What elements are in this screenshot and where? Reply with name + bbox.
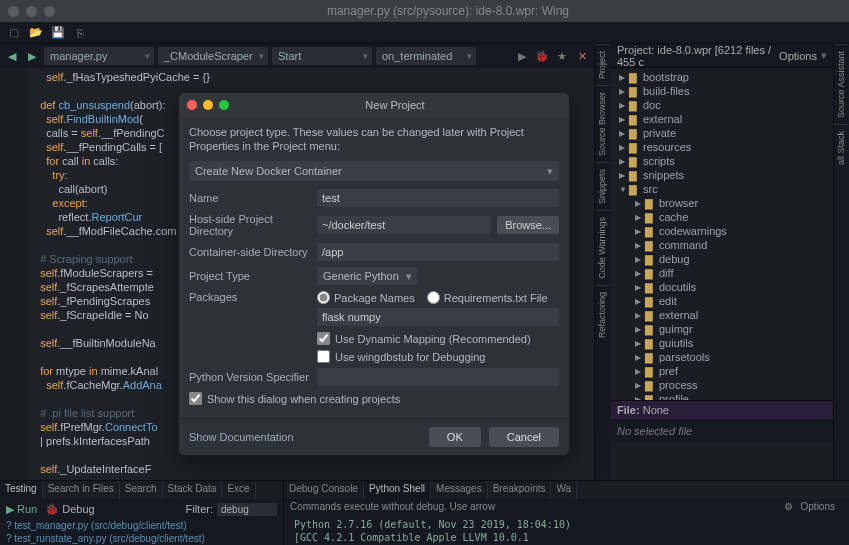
open-icon[interactable]: 📂 xyxy=(28,25,44,41)
tree-item-edit[interactable]: ▶▇edit xyxy=(611,294,833,308)
browse-button[interactable]: Browse... xyxy=(497,216,559,234)
project-header: Project: ide-8.0.wpr [6212 files / 455 c… xyxy=(611,44,833,68)
bottom-left-tabs: TestingSearch in FilesSearchStack DataEx… xyxy=(0,481,283,499)
tree-item-guimgr[interactable]: ▶▇guimgr xyxy=(611,322,833,336)
tree-item-parsetools[interactable]: ▶▇parsetools xyxy=(611,350,833,364)
gear-icon[interactable]: ⚙ xyxy=(784,501,793,512)
tab-debug-console[interactable]: Debug Console xyxy=(284,481,364,499)
test-item[interactable]: ? test_runstate_any.py (src/debug/client… xyxy=(6,532,277,545)
tree-item-resources[interactable]: ▶▇resources xyxy=(611,140,833,154)
save-all-icon[interactable]: ⎘ xyxy=(72,25,88,41)
test-list[interactable]: ? test_manager.py (src/debug/client/test… xyxy=(0,519,283,545)
tree-item-guiutils[interactable]: ▶▇guiutils xyxy=(611,336,833,350)
project-mode-select[interactable]: Create New Docker Container xyxy=(189,161,559,181)
main-toolbar: ▢ 📂 💾 ⎘ xyxy=(0,22,849,44)
side-tab-code-warnings[interactable]: Code Warnings xyxy=(595,210,611,285)
window-traffic-lights[interactable] xyxy=(8,6,55,17)
tree-item-pref[interactable]: ▶▇pref xyxy=(611,364,833,378)
new-icon[interactable]: ▢ xyxy=(6,25,22,41)
pyver-label: Python Version Specifier xyxy=(189,371,311,383)
tab-exce[interactable]: Exce xyxy=(222,481,255,499)
packages-label: Packages xyxy=(189,291,311,303)
bottom-right-tabs: Debug ConsolePython ShellMessagesBreakpo… xyxy=(284,481,849,499)
tree-item-build-files[interactable]: ▶▇build-files xyxy=(611,84,833,98)
pkg-names-radio[interactable]: Package Names xyxy=(317,291,415,304)
tree-item-bootstrap[interactable]: ▶▇bootstrap xyxy=(611,70,833,84)
bug-icon[interactable]: 🐞 xyxy=(534,48,550,64)
tab-messages[interactable]: Messages xyxy=(431,481,488,499)
options-chevron-icon[interactable]: ▾ xyxy=(817,49,827,62)
save-icon[interactable]: 💾 xyxy=(50,25,66,41)
pyver-input[interactable] xyxy=(317,368,559,386)
tree-item-snippets[interactable]: ▶▇snippets xyxy=(611,168,833,182)
project-type-select[interactable]: Generic Python xyxy=(317,267,417,285)
req-file-radio[interactable]: Requirements.txt File xyxy=(427,291,548,304)
method-selector[interactable]: Start xyxy=(272,47,372,65)
python-shell-output[interactable]: Python 2.7.16 (default, Nov 23 2019, 18:… xyxy=(284,514,849,545)
tab-testing[interactable]: Testing xyxy=(0,481,43,499)
tree-item-process[interactable]: ▶▇process xyxy=(611,378,833,392)
nav-back-icon[interactable]: ◀ xyxy=(4,50,20,63)
contdir-input[interactable] xyxy=(317,243,559,261)
side-tab-source-browser[interactable]: Source Browser xyxy=(595,85,611,162)
tree-item-profile[interactable]: ▶▇profile xyxy=(611,392,833,400)
tree-item-debug[interactable]: ▶▇debug xyxy=(611,252,833,266)
editor-tab-bar: ◀ ▶ manager.py _CModuleScraper Start on_… xyxy=(0,44,594,68)
close-tab-icon[interactable]: ✕ xyxy=(574,48,590,64)
packages-input[interactable] xyxy=(317,308,559,326)
tree-item-scripts[interactable]: ▶▇scripts xyxy=(611,154,833,168)
run-button[interactable]: ▶ Run xyxy=(6,503,37,516)
options-link[interactable]: Options xyxy=(779,50,817,62)
no-selection-text: No selected file xyxy=(611,419,833,443)
far-right-tabs: Source Assistantall Stack xyxy=(833,44,849,480)
run-icon[interactable]: ▶ xyxy=(514,48,530,64)
debug-button[interactable]: 🐞 Debug xyxy=(45,503,94,516)
side-tab-all-stack[interactable]: all Stack xyxy=(834,124,848,171)
tree-item-codewarnings[interactable]: ▶▇codewarnings xyxy=(611,224,833,238)
hostdir-input[interactable] xyxy=(317,216,491,234)
filter-input[interactable] xyxy=(217,503,277,516)
tab-python-shell[interactable]: Python Shell xyxy=(364,481,431,499)
event-selector[interactable]: on_terminated xyxy=(376,47,476,65)
bookmark-icon[interactable]: ★ xyxy=(554,48,570,64)
window-title-bar: manager.py (src/pysource): ide-8.0.wpr: … xyxy=(0,0,849,22)
side-tab-snippets[interactable]: Snippets xyxy=(595,162,611,210)
tree-item-diff[interactable]: ▶▇diff xyxy=(611,266,833,280)
tab-breakpoints[interactable]: Breakpoints xyxy=(488,481,552,499)
tab-stack-data[interactable]: Stack Data xyxy=(163,481,223,499)
file-info-bar: File: None xyxy=(611,400,833,419)
cancel-button[interactable]: Cancel xyxy=(489,427,559,447)
dialog-title-bar[interactable]: New Project xyxy=(179,93,569,117)
tree-item-browser[interactable]: ▶▇browser xyxy=(611,196,833,210)
nav-fwd-icon[interactable]: ▶ xyxy=(24,50,40,63)
tab-search-in-files[interactable]: Search in Files xyxy=(43,481,120,499)
tree-item-src[interactable]: ▼▇src xyxy=(611,182,833,196)
test-item[interactable]: ? test_manager.py (src/debug/client/test… xyxy=(6,519,277,532)
tree-item-external[interactable]: ▶▇external xyxy=(611,112,833,126)
ok-button[interactable]: OK xyxy=(429,427,481,447)
options-link[interactable]: Options xyxy=(793,501,843,512)
project-tree[interactable]: ▶▇bootstrap▶▇build-files▶▇doc▶▇external▶… xyxy=(611,68,833,400)
tree-item-docutils[interactable]: ▶▇docutils xyxy=(611,280,833,294)
dynamic-mapping-checkbox[interactable]: Use Dynamic Mapping (Recommended) xyxy=(317,332,559,345)
side-tab-refactoring[interactable]: Refactoring xyxy=(595,285,611,344)
tree-item-command[interactable]: ▶▇command xyxy=(611,238,833,252)
tree-item-private[interactable]: ▶▇private xyxy=(611,126,833,140)
show-documentation-link[interactable]: Show Documentation xyxy=(189,431,294,443)
show-dialog-checkbox[interactable]: Show this dialog when creating projects xyxy=(189,392,559,405)
tree-item-doc[interactable]: ▶▇doc xyxy=(611,98,833,112)
side-tab-project[interactable]: Project xyxy=(595,44,611,85)
name-input[interactable] xyxy=(317,189,559,207)
wingdbstub-checkbox[interactable]: Use wingdbstub for Debugging xyxy=(317,350,559,363)
dialog-traffic-lights[interactable] xyxy=(187,100,229,110)
file-selector[interactable]: manager.py xyxy=(44,47,154,65)
tab-wa[interactable]: Wa xyxy=(551,481,577,499)
type-label: Project Type xyxy=(189,270,311,282)
side-tab-source-assistant[interactable]: Source Assistant xyxy=(834,44,848,124)
tree-item-external[interactable]: ▶▇external xyxy=(611,308,833,322)
contdir-label: Container-side Directory xyxy=(189,246,311,258)
tree-item-cache[interactable]: ▶▇cache xyxy=(611,210,833,224)
class-selector[interactable]: _CModuleScraper xyxy=(158,47,268,65)
tab-search[interactable]: Search xyxy=(120,481,163,499)
project-title: Project: ide-8.0.wpr [6212 files / 455 c xyxy=(617,44,779,68)
